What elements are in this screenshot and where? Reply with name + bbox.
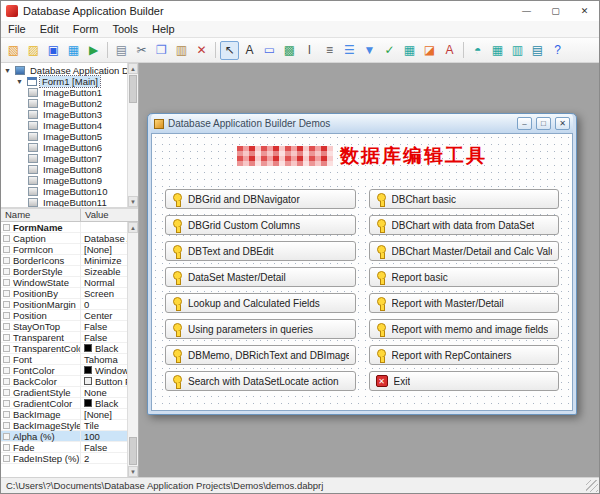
database-icon[interactable]: ◓ xyxy=(468,41,487,60)
property-row[interactable]: FadeInStep (%)2 xyxy=(1,453,127,464)
property-row[interactable]: GradientStyleNone xyxy=(1,387,127,398)
scroll-down-icon[interactable]: ▼ xyxy=(128,466,138,477)
maximize-button[interactable]: ▢ xyxy=(541,1,570,21)
grid-tool-icon[interactable]: ▦ xyxy=(400,41,419,60)
property-row[interactable]: PositionByScreen xyxy=(1,288,127,299)
save-all-icon[interactable]: ▦ xyxy=(64,41,83,60)
chart-tool-icon[interactable]: ◪ xyxy=(420,41,439,60)
minimize-button[interactable]: — xyxy=(512,1,541,21)
property-grid-scrollbar[interactable]: ▲ ▼ xyxy=(127,222,138,477)
property-row[interactable]: BackColorButton Face xyxy=(1,376,127,387)
menu-item-file[interactable]: File xyxy=(1,21,33,37)
demo-button[interactable]: DBChart with data from DataSet xyxy=(369,215,560,235)
demo-button[interactable]: Search with DataSetLocate action xyxy=(165,371,356,391)
demo-button[interactable]: DBMemo, DBRichText and DBImage xyxy=(165,345,356,365)
label-tool-icon[interactable]: A xyxy=(240,41,259,60)
paste-icon[interactable]: ▥ xyxy=(172,41,191,60)
tree-node[interactable]: ImageButton9 xyxy=(1,175,138,186)
tree-node[interactable]: ▼Form1 [Main] xyxy=(1,76,138,87)
memo-tool-icon[interactable]: ≡ xyxy=(320,41,339,60)
help-icon[interactable]: ? xyxy=(548,41,567,60)
column-header-value[interactable]: Value xyxy=(81,209,138,221)
delete-icon[interactable]: ✕ xyxy=(192,41,211,60)
save-icon[interactable]: ▣ xyxy=(44,41,63,60)
tree-expander-icon[interactable]: ▼ xyxy=(16,78,24,85)
run-icon[interactable]: ▶ xyxy=(84,41,103,60)
property-row[interactable]: PositionMargin0 xyxy=(1,299,127,310)
tree-node[interactable]: ▼Database Application Demos [F xyxy=(1,65,138,76)
title-bar[interactable]: Database Application Builder —▢✕ xyxy=(1,1,599,21)
property-row[interactable]: FontTahoma xyxy=(1,354,127,365)
print-icon[interactable]: ▤ xyxy=(112,41,131,60)
property-row[interactable]: BackImage[None] xyxy=(1,409,127,420)
form-maximize-button[interactable]: □ xyxy=(536,117,551,130)
property-row[interactable]: StayOnTopFalse xyxy=(1,321,127,332)
listbox-tool-icon[interactable]: ☰ xyxy=(340,41,359,60)
property-row[interactable]: FontColorWindow Text xyxy=(1,365,127,376)
form-title-bar[interactable]: Database Application Builder Demos –□✕ xyxy=(151,114,573,133)
property-row[interactable]: FadeFalse xyxy=(1,442,127,453)
tree-node[interactable]: ImageButton4 xyxy=(1,120,138,131)
demo-button[interactable]: ✕Exit xyxy=(369,371,560,391)
demo-button[interactable]: Using parameters in queries xyxy=(165,319,356,339)
designed-form-window[interactable]: Database Application Builder Demos –□✕ 数… xyxy=(147,113,577,415)
tree-expander-icon[interactable]: ▼ xyxy=(4,67,12,74)
scrollbar-thumb[interactable] xyxy=(129,75,137,103)
image-tool-icon[interactable]: ▩ xyxy=(280,41,299,60)
tree-node[interactable]: ImageButton5 xyxy=(1,131,138,142)
tree-node[interactable]: ImageButton6 xyxy=(1,142,138,153)
form-close-button[interactable]: ✕ xyxy=(555,117,570,130)
property-row[interactable]: FormIcon[None] xyxy=(1,244,127,255)
tree-scrollbar[interactable]: ▲ ▼ xyxy=(127,63,138,207)
tree-node[interactable]: ImageButton3 xyxy=(1,109,138,120)
demo-button[interactable]: Report with memo and image fields xyxy=(369,319,560,339)
menu-item-form[interactable]: Form xyxy=(66,21,106,37)
scroll-up-icon[interactable]: ▲ xyxy=(128,222,138,233)
property-row[interactable]: BorderStyleSizeable xyxy=(1,266,127,277)
copy-icon[interactable]: ❐ xyxy=(152,41,171,60)
property-row[interactable]: BackImageStyleTile xyxy=(1,420,127,431)
menu-item-edit[interactable]: Edit xyxy=(33,21,66,37)
tree-node[interactable]: ImageButton7 xyxy=(1,153,138,164)
open-project-icon[interactable]: ▨ xyxy=(24,41,43,60)
demo-button[interactable]: Report with RepContainers xyxy=(369,345,560,365)
scroll-down-icon[interactable]: ▼ xyxy=(128,196,138,207)
property-row[interactable]: Alpha (%)100 xyxy=(1,431,127,442)
demo-button[interactable]: Report basic xyxy=(369,267,560,287)
checkbox-tool-icon[interactable]: ✓ xyxy=(380,41,399,60)
table-icon[interactable]: ▦ xyxy=(488,41,507,60)
property-row[interactable]: TransparentColorBlack xyxy=(1,343,127,354)
demo-button[interactable]: DBChart basic xyxy=(369,189,560,209)
demo-button[interactable]: DBGrid Custom Columns xyxy=(165,215,356,235)
select-tool-icon[interactable]: ↖ xyxy=(220,41,239,60)
query-icon[interactable]: ▥ xyxy=(508,41,527,60)
demo-button[interactable]: Report with Master/Detail xyxy=(369,293,560,313)
resize-grip-icon[interactable] xyxy=(586,480,598,492)
demo-button[interactable]: DBGrid and DBNavigator xyxy=(165,189,356,209)
button-tool-icon[interactable]: ▭ xyxy=(260,41,279,60)
property-row[interactable]: BorderIconsMinimize xyxy=(1,255,127,266)
demo-button[interactable]: Lookup and Calculated Fields xyxy=(165,293,356,313)
property-row[interactable]: CaptionDatabase Applica xyxy=(1,233,127,244)
demo-button[interactable]: DBText and DBEdit xyxy=(165,241,356,261)
tree-node[interactable]: ImageButton2 xyxy=(1,98,138,109)
tree-node[interactable]: ImageButton10 xyxy=(1,186,138,197)
property-row[interactable]: WindowStateNormal xyxy=(1,277,127,288)
property-row[interactable]: TransparentFalse xyxy=(1,332,127,343)
text-tool-icon[interactable]: A xyxy=(440,41,459,60)
tree-node[interactable]: ImageButton11 xyxy=(1,197,138,208)
menu-item-tools[interactable]: Tools xyxy=(105,21,145,37)
tree-node[interactable]: ImageButton8 xyxy=(1,164,138,175)
demo-button[interactable]: DataSet Master/Detail xyxy=(165,267,356,287)
form-minimize-button[interactable]: – xyxy=(517,117,532,130)
property-row[interactable]: GradientColorBlack xyxy=(1,398,127,409)
scroll-up-icon[interactable]: ▲ xyxy=(128,63,138,74)
close-button[interactable]: ✕ xyxy=(570,1,599,21)
scrollbar-thumb[interactable] xyxy=(129,437,137,465)
menu-item-help[interactable]: Help xyxy=(145,21,182,37)
new-project-icon[interactable]: ▧ xyxy=(4,41,23,60)
report-icon[interactable]: ▤ xyxy=(528,41,547,60)
edit-tool-icon[interactable]: I xyxy=(300,41,319,60)
column-header-name[interactable]: Name xyxy=(1,209,81,221)
cut-icon[interactable]: ✂ xyxy=(132,41,151,60)
